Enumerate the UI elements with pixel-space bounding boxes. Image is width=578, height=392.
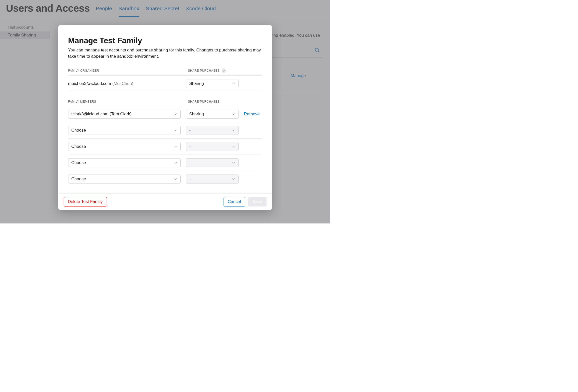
modal-title: Manage Test Family <box>68 36 262 45</box>
share-purchases-label: SHARE PURCHASES <box>188 69 220 72</box>
organizer-sharing-select[interactable]: Sharing <box>186 79 239 88</box>
chevron-down-icon <box>232 82 235 85</box>
organizer-row: meichen3@icloud.com (Mei Chen) Sharing <box>68 76 262 92</box>
family-members-label: FAMILY MEMBERS <box>68 100 186 103</box>
modal-footer: Delete Test Family Cancel Save <box>58 193 272 210</box>
member-select[interactable]: Choose <box>68 142 181 151</box>
chevron-down-icon <box>174 145 177 148</box>
member-row: Choose - <box>68 171 262 187</box>
chevron-down-icon <box>174 129 177 132</box>
organizer-sharing-value: Sharing <box>189 81 204 86</box>
chevron-down-icon <box>174 161 177 165</box>
chevron-down-icon <box>174 112 177 116</box>
member-row: tclark3@icloud.com (Tom Clark) Sharing R… <box>68 106 262 122</box>
save-button[interactable]: Save <box>248 197 267 206</box>
family-organizer-label: FAMILY ORGANIZER <box>68 69 186 72</box>
organizer-section-header: FAMILY ORGANIZER SHARE PURCHASES ? <box>68 68 262 76</box>
modal-description: You can manage test accounts and purchas… <box>68 47 262 59</box>
member-sharing-select[interactable]: Sharing <box>186 110 239 119</box>
member-select[interactable]: Choose <box>68 126 181 135</box>
share-purchases-label-2: SHARE PURCHASES <box>188 100 220 103</box>
remove-member-link[interactable]: Remove <box>244 112 260 117</box>
manage-test-family-modal: Manage Test Family You can manage test a… <box>58 25 272 210</box>
member-sharing-select[interactable]: - <box>186 142 239 151</box>
member-row: Choose - <box>68 139 262 155</box>
members-section-header: FAMILY MEMBERS SHARE PURCHASES <box>68 100 262 106</box>
delete-test-family-button[interactable]: Delete Test Family <box>64 197 107 206</box>
chevron-down-icon <box>232 129 235 132</box>
member-select-value: Choose <box>71 144 86 149</box>
help-icon[interactable]: ? <box>222 68 226 73</box>
member-select[interactable]: Choose <box>68 175 181 184</box>
member-select-value: Choose <box>71 160 86 165</box>
member-sharing-select[interactable]: - <box>186 175 239 184</box>
member-select-value: tclark3@icloud.com (Tom Clark) <box>71 112 132 117</box>
cancel-button[interactable]: Cancel <box>224 197 245 206</box>
member-row: Choose - <box>68 155 262 171</box>
chevron-down-icon <box>232 112 235 116</box>
member-sharing-value: - <box>189 144 191 149</box>
member-sharing-value: Sharing <box>189 112 204 117</box>
organizer-email: meichen3@icloud.com <box>68 81 111 86</box>
member-sharing-value: - <box>189 128 191 133</box>
member-sharing-value: - <box>189 160 191 165</box>
chevron-down-icon <box>232 161 235 165</box>
organizer-name: (Mei Chen) <box>112 81 133 86</box>
member-row: Choose - <box>68 122 262 139</box>
member-select[interactable]: tclark3@icloud.com (Tom Clark) <box>68 110 181 119</box>
chevron-down-icon <box>174 177 177 181</box>
modal-overlay: Manage Test Family You can manage test a… <box>0 0 330 223</box>
member-sharing-value: - <box>189 177 191 182</box>
member-select-value: Choose <box>71 177 86 182</box>
member-sharing-select[interactable]: - <box>186 126 239 135</box>
member-sharing-select[interactable]: - <box>186 158 239 167</box>
member-select-value: Choose <box>71 128 86 133</box>
member-select[interactable]: Choose <box>68 158 181 167</box>
chevron-down-icon <box>232 145 235 148</box>
chevron-down-icon <box>232 177 235 181</box>
